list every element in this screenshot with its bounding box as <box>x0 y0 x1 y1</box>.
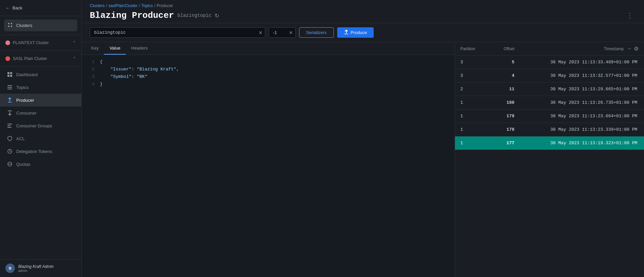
consumer-icon <box>7 110 13 116</box>
more-options-button[interactable]: ⋮ <box>624 10 636 21</box>
settings-icon[interactable]: ⚙ <box>634 45 639 52</box>
code-line-1: 1 { <box>82 58 455 66</box>
tab-value[interactable]: Value <box>104 42 126 55</box>
result-row[interactable]: 1 178 30 May 2023 11:13:23.339+01:00 PM <box>455 123 644 136</box>
svg-rect-19 <box>344 34 348 34</box>
plaintext-cluster-label: PLAINTEXT Cluster <box>13 40 70 45</box>
main-content: Clusters / saslPlainCluster / Topics / P… <box>82 0 644 277</box>
sasl-cluster-dot <box>5 56 10 61</box>
sidebar-item-acl[interactable]: ACL <box>0 132 81 145</box>
tab-key[interactable]: Key <box>86 42 104 55</box>
clusters-button[interactable]: Clusters <box>4 20 77 31</box>
produce-label: Produce <box>351 30 367 35</box>
editor-area: Key Value Headers 1 { 2 "Issuer": "Blazi… <box>82 42 644 277</box>
result-row[interactable]: 1 177 30 May 2023 11:13:19.323+01:00 PM <box>455 136 644 150</box>
result-row[interactable]: 2 11 30 May 2023 11:13:29.665+01:00 PM <box>455 83 644 96</box>
result-partition: 3 <box>460 73 487 78</box>
result-timestamp: 30 May 2023 11:13:29.665+01:00 PM <box>514 87 639 92</box>
sidebar-footer: B Blazing Kraft Admin admin <box>0 259 81 277</box>
breadcrumb-sep-1: / <box>106 3 107 8</box>
quotas-label: Quotas <box>16 162 30 167</box>
result-partition: 2 <box>460 87 487 92</box>
acl-label: ACL <box>16 136 25 141</box>
copy-icon[interactable]: ⎓ <box>628 45 631 52</box>
serializers-button[interactable]: Serializers <box>299 27 334 38</box>
producer-icon <box>7 97 13 103</box>
topic-input[interactable] <box>90 27 265 38</box>
avatar: B <box>5 264 15 273</box>
result-offset: 178 <box>487 127 514 132</box>
plaintext-cluster-header[interactable]: PLAINTEXT Cluster ⌃ <box>0 38 81 48</box>
sidebar-item-quotas[interactable]: Quotas <box>0 158 81 171</box>
back-button[interactable]: ← Back <box>0 0 81 16</box>
code-editor[interactable]: 1 { 2 "Issuer": "Blazing Kraft", 3 "Symb… <box>82 55 455 277</box>
code-line-3: 3 "Symbol": "BK" <box>82 73 455 81</box>
sasl-cluster-chevron: ⌃ <box>73 56 76 61</box>
refresh-button[interactable]: ↻ <box>215 12 219 19</box>
sidebar: ← Back Clusters PLAINTEXT Cluster ⌃ <box>0 0 82 277</box>
result-offset: 5 <box>487 60 514 65</box>
svg-rect-14 <box>7 125 11 126</box>
produce-button[interactable]: Produce <box>337 27 374 38</box>
delegation-tokens-icon <box>7 148 13 154</box>
breadcrumb-topics[interactable]: Topics <box>141 3 153 8</box>
result-row[interactable]: 1 180 30 May 2023 11:13:26.735+01:00 PM <box>455 96 644 110</box>
quotas-icon <box>7 161 13 167</box>
results-list: 3 5 30 May 2023 11:13:33.489+01:00 PM 3 … <box>455 56 644 277</box>
consumer-groups-label: Consumer Groups <box>16 123 52 128</box>
sidebar-item-consumer-groups[interactable]: Consumer Groups <box>0 119 81 132</box>
breadcrumb-clusters[interactable]: Clusters <box>90 3 105 8</box>
svg-rect-4 <box>7 72 9 74</box>
breadcrumb-cluster-name[interactable]: saslPlainCluster <box>108 3 137 8</box>
results-header: Partition Offset Timestamp ⎓ ⚙ <box>455 42 644 56</box>
plaintext-cluster-chevron: ⌃ <box>73 40 76 45</box>
tab-headers[interactable]: Headers <box>126 42 153 55</box>
user-role: admin <box>18 269 54 273</box>
svg-point-3 <box>11 26 12 27</box>
result-partition: 1 <box>460 114 487 119</box>
result-timestamp: 30 May 2023 11:13:32.577+01:00 PM <box>514 73 639 78</box>
sasl-cluster-label: SASL Plain Cluster <box>13 56 70 61</box>
editor-panel: Key Value Headers 1 { 2 "Issuer": "Blazi… <box>82 42 455 277</box>
avatar-initial: B <box>9 266 11 270</box>
result-partition: 1 <box>460 127 487 132</box>
result-timestamp: 30 May 2023 11:13:23.664+01:00 PM <box>514 114 639 119</box>
code-line-4: 4 } <box>82 81 455 88</box>
topbar: Clusters / saslPlainCluster / Topics / P… <box>82 0 644 23</box>
plaintext-cluster-dot <box>5 40 10 45</box>
sidebar-item-topics[interactable]: Topics <box>0 81 81 94</box>
result-timestamp: 30 May 2023 11:13:26.735+01:00 PM <box>514 100 639 105</box>
back-label: Back <box>12 5 22 10</box>
result-timestamp: 30 May 2023 11:13:23.339+01:00 PM <box>514 127 639 132</box>
col-offset: Offset <box>487 47 514 51</box>
result-row[interactable]: 3 4 30 May 2023 11:13:32.577+01:00 PM <box>455 69 644 83</box>
sidebar-item-dashboard[interactable]: Dashboard <box>0 68 81 81</box>
partition-clear-button[interactable]: ✕ <box>289 30 293 35</box>
produce-icon <box>344 30 349 35</box>
result-timestamp: 30 May 2023 11:13:19.323+01:00 PM <box>514 141 639 146</box>
result-timestamp: 30 May 2023 11:13:33.489+01:00 PM <box>514 60 639 65</box>
page-title: Blazing Producer <box>90 10 174 21</box>
result-row[interactable]: 1 179 30 May 2023 11:13:23.664+01:00 PM <box>455 110 644 123</box>
svg-rect-8 <box>7 85 12 86</box>
delegation-tokens-label: Delegation Tokens <box>16 149 52 154</box>
result-partition: 3 <box>460 60 487 65</box>
clusters-label: Clusters <box>16 23 32 28</box>
topics-label: Topics <box>16 85 29 90</box>
topic-input-wrap: ✕ <box>90 27 265 38</box>
svg-rect-11 <box>8 102 12 102</box>
sidebar-item-consumer[interactable]: Consumer <box>0 106 81 119</box>
sasl-cluster-group: SASL Plain Cluster ⌃ <box>0 51 81 67</box>
svg-rect-13 <box>7 124 12 124</box>
breadcrumb-current: Producer <box>157 3 173 8</box>
topic-clear-button[interactable]: ✕ <box>259 30 263 35</box>
result-row[interactable]: 3 5 30 May 2023 11:13:33.489+01:00 PM <box>455 56 644 69</box>
consumer-label: Consumer <box>16 111 36 116</box>
page-subtitle: blazingtopic <box>178 13 212 18</box>
sidebar-item-delegation-tokens[interactable]: Delegation Tokens <box>0 145 81 158</box>
sasl-cluster-header[interactable]: SASL Plain Cluster ⌃ <box>0 54 81 64</box>
sidebar-item-producer[interactable]: Producer <box>0 94 81 106</box>
breadcrumb-sep-2: / <box>139 3 140 8</box>
svg-point-1 <box>11 23 12 24</box>
result-offset: 11 <box>487 87 514 92</box>
